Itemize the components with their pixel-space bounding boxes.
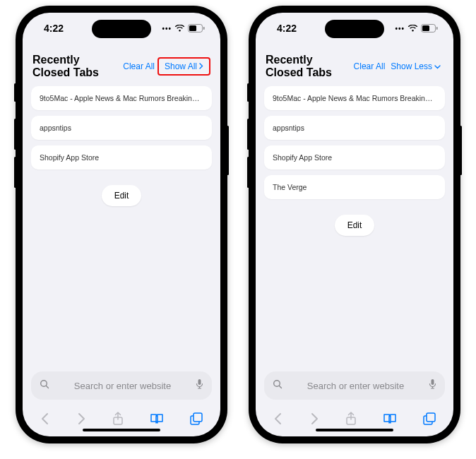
show-all-button[interactable]: Show All xyxy=(162,60,206,73)
list-item[interactable]: appsntips xyxy=(31,116,212,140)
wifi-icon xyxy=(174,25,185,32)
list-item[interactable]: 9to5Mac - Apple News & Mac Rumors Breaki… xyxy=(31,86,212,110)
svg-rect-2 xyxy=(203,27,205,30)
edit-button[interactable]: Edit xyxy=(335,215,375,236)
list-item[interactable]: appsntips xyxy=(264,116,445,140)
search-placeholder: Search or enter website xyxy=(55,381,190,391)
search-placeholder: Search or enter website xyxy=(288,381,423,391)
dynamic-island xyxy=(325,20,384,38)
closed-tabs-list: 9to5Mac - Apple News & Mac Rumors Breaki… xyxy=(256,86,453,199)
bookmarks-button[interactable] xyxy=(379,409,401,431)
cellular-icon: ••• xyxy=(162,25,172,32)
microphone-icon[interactable] xyxy=(196,378,203,393)
forward-button[interactable] xyxy=(305,408,323,431)
search-icon xyxy=(40,379,49,392)
svg-line-13 xyxy=(280,386,282,388)
iphone-mockup-right: 4:22 ••• Recently Closed Tabs Clear All … xyxy=(249,6,460,443)
svg-rect-8 xyxy=(194,413,202,422)
battery-icon xyxy=(188,24,205,32)
show-less-button[interactable]: Show Less xyxy=(388,60,444,73)
svg-rect-17 xyxy=(427,413,435,422)
bottom-toolbar xyxy=(256,404,453,436)
status-time: 4:22 xyxy=(44,23,64,34)
chevron-down-icon xyxy=(434,61,441,71)
annotation-highlight: Show All xyxy=(157,57,210,76)
svg-rect-1 xyxy=(189,25,196,31)
back-button[interactable] xyxy=(36,408,54,431)
home-indicator[interactable] xyxy=(316,429,393,431)
microphone-icon[interactable] xyxy=(429,378,436,393)
tabs-button[interactable] xyxy=(186,408,207,431)
battery-icon xyxy=(421,24,438,32)
back-button[interactable] xyxy=(269,408,287,431)
svg-rect-14 xyxy=(432,379,434,385)
cellular-icon: ••• xyxy=(395,25,405,32)
tabs-button[interactable] xyxy=(419,408,440,431)
svg-rect-5 xyxy=(198,379,201,385)
dynamic-island xyxy=(92,20,151,38)
address-bar[interactable]: Search or enter website xyxy=(31,371,212,400)
forward-button[interactable] xyxy=(72,408,90,431)
svg-line-4 xyxy=(47,386,49,388)
list-item[interactable]: Shopify App Store xyxy=(264,145,445,169)
list-item[interactable]: The Verge xyxy=(264,175,445,199)
closed-tabs-list: 9to5Mac - Apple News & Mac Rumors Breaki… xyxy=(23,86,220,169)
page-title: Recently Closed Tabs xyxy=(32,54,120,79)
home-indicator[interactable] xyxy=(83,429,160,431)
page-title: Recently Closed Tabs xyxy=(266,54,351,79)
list-item[interactable]: 9to5Mac - Apple News & Mac Rumors Breaki… xyxy=(264,86,445,110)
section-header: Recently Closed Tabs Clear All Show Less xyxy=(256,44,453,86)
wifi-icon xyxy=(407,25,418,32)
search-icon xyxy=(273,379,282,392)
bookmarks-button[interactable] xyxy=(145,409,168,431)
iphone-mockup-left: 4:22 ••• Recently Closed Tabs Clear All … xyxy=(16,6,227,443)
svg-rect-10 xyxy=(422,25,429,31)
chevron-right-icon xyxy=(199,61,203,71)
address-bar[interactable]: Search or enter website xyxy=(264,371,445,400)
svg-rect-11 xyxy=(436,27,438,30)
section-header: Recently Closed Tabs Clear All Show All xyxy=(23,44,220,86)
clear-all-button[interactable]: Clear All xyxy=(351,60,388,73)
edit-button[interactable]: Edit xyxy=(102,185,142,206)
list-item[interactable]: Shopify App Store xyxy=(31,145,212,169)
clear-all-button[interactable]: Clear All xyxy=(120,60,157,73)
status-time: 4:22 xyxy=(277,23,297,34)
bottom-toolbar xyxy=(23,404,220,436)
